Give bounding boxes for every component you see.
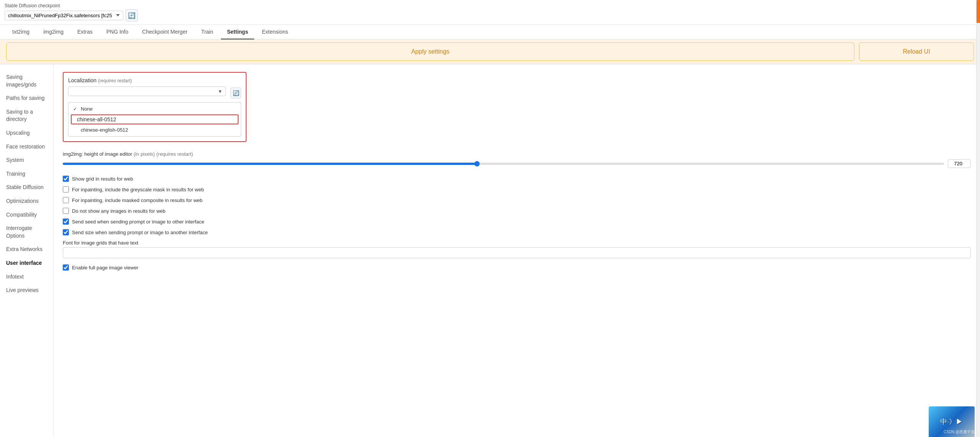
tab-checkpoint-merger[interactable]: Checkpoint Merger (136, 25, 193, 39)
checkbox-masked-composite: For inpainting, include masked composite… (63, 197, 971, 203)
scrollbar-thumb[interactable] (977, 0, 980, 23)
slider-fill (63, 163, 477, 165)
dropdown-arrow-icon[interactable]: ▼ (218, 89, 222, 94)
font-input[interactable] (63, 247, 971, 258)
tab-extensions[interactable]: Extensions (256, 25, 294, 39)
checkbox-send-size-label: Send size when sending prompt or image t… (72, 230, 208, 235)
sidebar-item-system[interactable]: System (0, 153, 53, 167)
font-label: Font for image grids that have text (63, 240, 971, 246)
localization-option-chinese-all[interactable]: chinese-all-0512 (71, 114, 238, 124)
sidebar-item-training[interactable]: Training (0, 167, 53, 181)
localization-input[interactable] (72, 88, 218, 94)
empty-check-2 (73, 127, 78, 133)
checkbox-send-size-input[interactable] (63, 229, 69, 235)
sidebar-item-face-restoration[interactable]: Face restoration (0, 140, 53, 154)
sidebar-item-optimizations[interactable]: Optimizations (0, 194, 53, 208)
sidebar-item-user-interface[interactable]: User interface (0, 256, 53, 270)
checkbox-send-seed-label: Send seed when sending prompt or image t… (72, 219, 204, 225)
tab-settings[interactable]: Settings (221, 25, 254, 39)
checkbox-no-images-label: Do not show any images in results for we… (72, 208, 165, 214)
apply-settings-button[interactable]: Apply settings (6, 42, 854, 61)
sidebar-item-interrogate[interactable]: Interrogate Options (0, 222, 53, 243)
sidebar-item-stable-diffusion[interactable]: Stable Diffusion (0, 181, 53, 194)
checkmark-icon: ✓ (73, 106, 78, 112)
tab-png-info[interactable]: PNG Info (100, 25, 135, 39)
top-bar: Stable Diffusion checkpoint chilloutmix_… (0, 0, 980, 25)
checkbox-send-seed-input[interactable] (63, 218, 69, 225)
slider-section: img2img: height of image editor (in pixe… (63, 151, 971, 168)
font-section: Font for image grids that have text (63, 240, 971, 258)
slider-note: (in pixels) (requires restart) (134, 151, 193, 157)
checkbox-no-images-input[interactable] (63, 208, 69, 214)
checkbox-fullpage-label: Enable full page image viewer (72, 265, 138, 271)
checkbox-send-seed: Send seed when sending prompt or image t… (63, 218, 971, 225)
checkbox-fullpage-input[interactable] (63, 264, 69, 271)
slider-label: img2img: height of image editor (in pixe… (63, 151, 971, 157)
refresh-checkpoint-btn[interactable]: 🔄 (126, 9, 138, 21)
checkpoint-section: Stable Diffusion checkpoint chilloutmix_… (5, 3, 138, 21)
sidebar-item-extra-networks[interactable]: Extra Networks (0, 243, 53, 256)
localization-options-list: ✓ None chinese-all-0512 chinese-english-… (68, 102, 241, 137)
option-label-chinese-english: chinese-english-0512 (81, 127, 128, 133)
csdn-label: CSDN @西麓子岛 (944, 429, 975, 435)
checkpoint-dropdown[interactable]: chilloutmix_NiPrunedFp32Fix.safetensors … (5, 11, 123, 20)
localization-refresh-btn[interactable]: 🔄 (230, 88, 241, 98)
sidebar-item-live-previews[interactable]: Live previews (0, 284, 53, 297)
checkbox-greyscale-mask-label: For inpainting, include the greyscale ma… (72, 187, 204, 192)
checkbox-show-grid-input[interactable] (63, 176, 69, 182)
checkbox-greyscale-mask-input[interactable] (63, 186, 69, 192)
sidebar-item-paths[interactable]: Paths for saving (0, 91, 53, 105)
checkpoint-label: Stable Diffusion checkpoint (5, 3, 138, 8)
tab-img2img[interactable]: img2img (37, 25, 70, 39)
localization-option-none[interactable]: ✓ None (69, 104, 241, 114)
sidebar-item-saving-dir[interactable]: Saving to a directory (0, 105, 53, 126)
sidebar-item-saving-images[interactable]: Saving images/grids (0, 70, 53, 91)
reload-ui-button[interactable]: Reload UI (859, 42, 974, 61)
tab-extras[interactable]: Extras (71, 25, 99, 39)
sidebar-item-compatibility[interactable]: Compatibility (0, 208, 53, 222)
empty-check (74, 116, 75, 122)
slider-value-input[interactable] (948, 159, 971, 168)
checkbox-greyscale-mask: For inpainting, include the greyscale ma… (63, 186, 971, 192)
checkbox-no-images: Do not show any images in results for we… (63, 208, 971, 214)
slider-thumb[interactable] (474, 161, 480, 166)
sidebar-item-upscaling[interactable]: Upscaling (0, 126, 53, 140)
localization-box: Localization (requires restart) ▼ 🔄 ✓ No… (63, 72, 247, 142)
tab-txt2img[interactable]: txt2img (6, 25, 36, 39)
checkbox-fullpage: Enable full page image viewer (63, 264, 971, 271)
tab-train[interactable]: Train (195, 25, 219, 39)
content-area: Localization (requires restart) ▼ 🔄 ✓ No… (54, 64, 980, 437)
option-label-none: None (81, 106, 93, 112)
refresh-icon: 🔄 (128, 12, 136, 19)
checkbox-masked-composite-input[interactable] (63, 197, 69, 203)
refresh-small-icon: 🔄 (233, 90, 239, 96)
checkboxes-section: Show grid in results for web For inpaint… (63, 176, 971, 235)
action-bar: Apply settings Reload UI (0, 39, 980, 64)
tabs-bar: txt2img img2img Extras PNG Info Checkpoi… (0, 25, 980, 39)
localization-label: Localization (requires restart) (68, 77, 241, 83)
sidebar-item-infotext[interactable]: Infotext (0, 270, 53, 284)
slider-track[interactable] (63, 163, 944, 165)
checkbox-send-size: Send size when sending prompt or image t… (63, 229, 971, 235)
slider-row (63, 159, 971, 168)
localization-option-chinese-english[interactable]: chinese-english-0512 (69, 125, 241, 135)
localization-note: (requires restart) (98, 78, 132, 83)
checkbox-show-grid: Show grid in results for web (63, 176, 971, 182)
localization-input-row: ▼ (68, 86, 226, 96)
checkbox-masked-composite-label: For inpainting, include masked composite… (72, 197, 203, 203)
sidebar: Saving images/grids Paths for saving Sav… (0, 64, 54, 437)
checkpoint-select: chilloutmix_NiPrunedFp32Fix.safetensors … (5, 9, 138, 21)
main-layout: Saving images/grids Paths for saving Sav… (0, 64, 980, 437)
checkbox-show-grid-label: Show grid in results for web (72, 176, 133, 182)
